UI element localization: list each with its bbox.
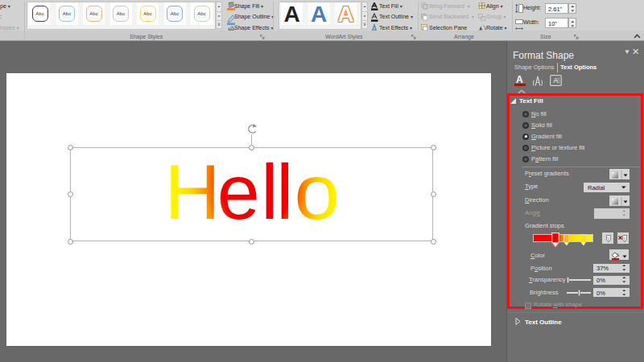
svg-text:o: o (294, 150, 340, 235)
svg-text:Hell: Hell (165, 150, 294, 235)
